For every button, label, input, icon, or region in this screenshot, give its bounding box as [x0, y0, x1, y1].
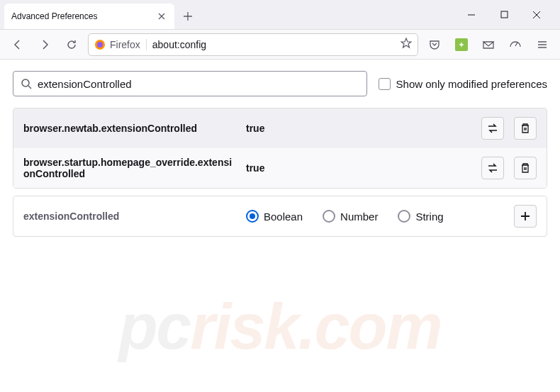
delete-button[interactable] — [514, 117, 537, 140]
nav-toolbar: Firefox about:config — [0, 30, 560, 60]
radio-label: String — [415, 211, 443, 223]
titlebar: Advanced Preferences — [0, 0, 560, 30]
watermark: pcrisk.com — [118, 291, 441, 364]
add-pref-name: extensionControlled — [23, 211, 236, 222]
url-bar[interactable]: Firefox about:config — [88, 33, 418, 56]
radio-icon[interactable] — [398, 210, 410, 223]
add-button[interactable] — [514, 205, 537, 228]
menu-button[interactable] — [532, 34, 553, 55]
reload-button[interactable] — [61, 34, 82, 55]
pref-name: browser.startup.homepage_override.extens… — [23, 157, 236, 179]
modified-only-checkbox[interactable]: Show only modified preferences — [379, 78, 547, 90]
toggle-button[interactable] — [481, 157, 504, 179]
maximize-button[interactable] — [489, 5, 519, 25]
tab-title: Advanced Preferences — [11, 11, 97, 21]
radio-boolean[interactable]: Boolean — [246, 210, 303, 223]
svg-rect-0 — [501, 11, 508, 18]
search-input[interactable] — [38, 78, 359, 90]
minimize-button[interactable] — [457, 5, 486, 25]
close-window-button[interactable] — [522, 5, 551, 25]
toggle-button[interactable] — [481, 117, 504, 140]
checkbox-icon[interactable] — [379, 78, 391, 90]
radio-label: Number — [340, 211, 378, 223]
pref-row: browser.newtab.extensionControlled true — [13, 108, 547, 148]
radio-icon[interactable] — [323, 210, 335, 223]
firefox-logo-icon — [94, 39, 106, 50]
window-controls — [457, 5, 551, 25]
svg-point-3 — [22, 79, 29, 86]
radio-icon[interactable] — [246, 210, 259, 223]
close-tab-icon[interactable] — [156, 11, 167, 22]
extension-icon[interactable] — [451, 34, 472, 55]
identity-box[interactable]: Firefox — [94, 39, 147, 50]
pocket-icon[interactable] — [424, 34, 445, 55]
new-tab-button[interactable] — [177, 6, 198, 27]
radio-string[interactable]: String — [398, 210, 443, 223]
pref-row: browser.startup.homepage_override.extens… — [13, 148, 547, 188]
content-area: Show only modified preferences browser.n… — [0, 60, 560, 392]
add-pref-row: extensionControlled Boolean Number Strin… — [13, 196, 547, 237]
pref-name: browser.newtab.extensionControlled — [23, 123, 236, 134]
type-radio-group: Boolean Number String — [246, 210, 504, 223]
checkbox-label: Show only modified preferences — [396, 78, 547, 90]
dashboard-icon[interactable] — [505, 34, 526, 55]
browser-tab[interactable]: Advanced Preferences — [4, 4, 174, 29]
results-table: browser.newtab.extensionControlled true … — [13, 108, 547, 189]
search-box[interactable] — [13, 71, 367, 96]
radio-number[interactable]: Number — [323, 210, 378, 223]
delete-button[interactable] — [514, 157, 537, 179]
radio-label: Boolean — [264, 211, 303, 223]
back-button[interactable] — [7, 34, 28, 55]
url-text: about:config — [152, 39, 206, 50]
pref-value: true — [246, 123, 471, 134]
forward-button[interactable] — [34, 34, 55, 55]
bookmark-star-icon[interactable] — [401, 38, 412, 52]
svg-point-2 — [97, 42, 103, 47]
pref-value: true — [246, 162, 471, 174]
identity-label: Firefox — [110, 39, 140, 50]
search-icon — [21, 78, 32, 89]
mail-icon[interactable] — [478, 34, 499, 55]
